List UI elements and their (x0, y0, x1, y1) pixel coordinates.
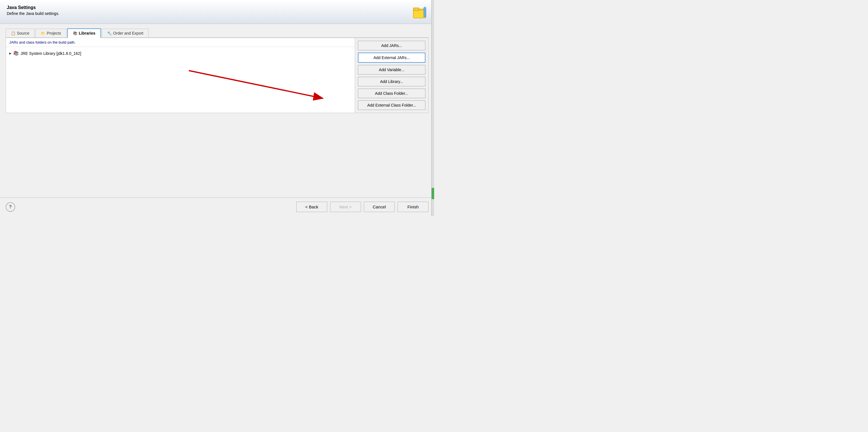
java-settings-dialog: Java Settings Define the Java build sett… (0, 0, 434, 216)
order-export-icon: 🔧 (107, 31, 112, 35)
tab-projects-label: Projects (47, 31, 61, 35)
tabs-container: 📋 Source 📁 Projects 📚 Libraries 🔧 Order … (6, 28, 429, 38)
tab-libraries[interactable]: 📚 Libraries (67, 28, 101, 38)
next-button[interactable]: Next > (330, 202, 361, 212)
add-jars-button[interactable]: Add JARs... (358, 41, 426, 51)
dialog-title: Java Settings (7, 5, 59, 10)
folder-icon (413, 5, 427, 20)
expand-arrow-icon: ▶ (9, 52, 11, 55)
tab-projects[interactable]: 📁 Projects (35, 29, 66, 37)
tab-source-label: Source (17, 31, 29, 35)
body-area: JARs and class folders on the build path… (6, 38, 429, 113)
scrollbar-thumb[interactable] (432, 188, 434, 199)
content-area: 📋 Source 📁 Projects 📚 Libraries 🔧 Order … (0, 24, 434, 197)
tab-source[interactable]: 📋 Source (6, 29, 35, 37)
left-panel: JARs and class folders on the build path… (6, 38, 355, 113)
dialog-footer: ? < Back Next > Cancel Finish (0, 197, 434, 216)
body-annotation-container: JARs and class folders on the build path… (6, 38, 429, 193)
dialog-header: Java Settings Define the Java build sett… (0, 0, 434, 24)
tab-libraries-label: Libraries (79, 31, 95, 35)
tab-order-export[interactable]: 🔧 Order and Export (102, 29, 149, 37)
add-external-jars-button[interactable]: Add External JARs... (358, 53, 426, 63)
footer-left: ? (6, 202, 15, 212)
footer-buttons: < Back Next > Cancel Finish (296, 202, 429, 212)
add-external-class-folder-button[interactable]: Add External Class Folder... (358, 100, 426, 110)
header-text: Java Settings Define the Java build sett… (7, 5, 59, 16)
svg-rect-2 (413, 8, 419, 11)
add-variable-button[interactable]: Add Variable... (358, 65, 426, 74)
tree-area: ▶ 📚 JRE System Library [jdk1.8.0_162] (6, 47, 355, 113)
add-library-button[interactable]: Add Library... (358, 77, 426, 86)
source-icon: 📋 (11, 31, 16, 35)
add-class-folder-button[interactable]: Add Class Folder... (358, 89, 426, 98)
libraries-icon: 📚 (73, 31, 78, 35)
jre-library-item[interactable]: ▶ 📚 JRE System Library [jdk1.8.0_162] (8, 49, 352, 57)
vertical-scrollbar[interactable] (431, 0, 434, 216)
help-button[interactable]: ? (6, 202, 15, 212)
projects-icon: 📁 (41, 31, 45, 35)
jre-library-icon: 📚 (13, 51, 19, 56)
svg-rect-4 (424, 7, 426, 18)
right-panel: Add JARs... Add External JARs... Add Var… (355, 38, 428, 113)
jre-library-label: JRE System Library [jdk1.8.0_162] (21, 51, 81, 56)
dialog-subtitle: Define the Java build settings. (7, 11, 59, 16)
back-button[interactable]: < Back (296, 202, 327, 212)
panel-description: JARs and class folders on the build path… (6, 38, 355, 47)
tab-order-export-label: Order and Export (113, 31, 143, 35)
finish-button[interactable]: Finish (398, 202, 429, 212)
cancel-button[interactable]: Cancel (364, 202, 395, 212)
